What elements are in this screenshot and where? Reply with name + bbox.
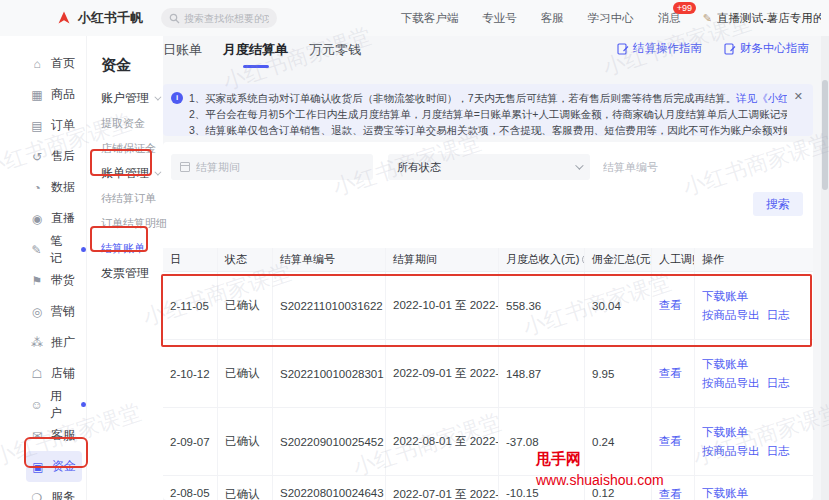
app-title: 小红书千帆 [78,9,143,27]
page: 小红书千帆 下载客户端 专业号 客服 学习中心 消息 +99 ✎ 直播测试-薯店… [0,0,829,500]
table-header-row: 日 状态 结算单编号 结算期间 月度总收入(元)? 佣金汇总(元) 人工调账 操… [163,248,813,272]
log-link[interactable]: 日志 [767,377,790,390]
submenu-invoice-group[interactable]: 发票管理 [101,261,163,286]
chevron-down-icon [575,161,583,169]
bill-tabs: 日账单 月度结算单 万元零钱 [163,41,361,68]
search-input[interactable] [184,13,269,24]
search-button[interactable]: 搜索 [753,192,803,216]
settle-period-input[interactable] [196,161,364,173]
submenu-withdraw[interactable]: 提取资金 [101,111,163,136]
submenu-label: 账户管理 [101,90,149,107]
sidebar-item-shop[interactable]: ☖店铺 [0,358,86,389]
sidebar-item-services[interactable]: ❍服务 [0,482,86,500]
top-header: 小红书千帆 下载客户端 专业号 客服 学习中心 消息 +99 ✎ 直播测试-薯店… [0,0,829,36]
submenu-account-group[interactable]: 账户管理 [101,86,163,111]
page-scrollbar[interactable] [821,36,829,500]
guide-label: 财务中心指南 [740,41,809,56]
cell-income: -37.08 [499,408,585,475]
table-row: 2-09-07 已确认 S202209010025452 2022-08-01 … [163,408,813,476]
sidebar-item-aftersale[interactable]: ↺售后 [0,141,86,172]
cell-date: 2-11-05 [163,272,218,339]
guide-label: 结算操作指南 [633,41,702,56]
sidebar-label: 带货 [51,272,75,289]
tab-monthly-settlement[interactable]: 月度结算单 [223,41,288,68]
submenu-settle-bill[interactable]: 结算账单 [101,236,163,261]
view-adjust-link[interactable]: 查看 [652,476,695,500]
scrollbar-thumb[interactable] [822,80,828,190]
view-adjust-link[interactable]: 查看 [652,272,695,339]
info-icon: i [171,92,183,104]
sidebar-item-promotion[interactable]: ⁂推广 [0,327,86,358]
nav-download-client[interactable]: 下载客户端 [401,11,459,26]
nav-pro-account[interactable]: 专业号 [482,11,517,26]
view-adjust-link[interactable]: 查看 [652,408,695,475]
bill-no-input[interactable] [603,154,783,180]
download-bill-link[interactable]: 下载账单 [702,487,748,500]
sidebar-item-goods[interactable]: ▦商品 [0,79,86,110]
download-bill-link[interactable]: 下载账单 [702,426,748,439]
tab-daily-bill[interactable]: 日账单 [163,41,202,68]
tab-small-change[interactable]: 万元零钱 [309,41,361,68]
search-icon [169,13,180,24]
status-select[interactable]: 所有状态 [388,154,590,180]
export-by-goods-link[interactable]: 按商品导出 [702,377,760,390]
calendar-icon [180,162,190,172]
notice-text: 2、平台会在每月初5个工作日内生成月度结算单，月度结算单=日账单累计+人工调账金… [189,108,787,120]
col-period: 结算期间 [386,248,499,271]
sidebar-item-data[interactable]: ◔数据 [0,172,86,203]
nav-learning-center[interactable]: 学习中心 [588,11,634,26]
submenu-pending-settlement[interactable]: 待结算订单 [101,186,163,211]
sidebar-label: 商品 [51,86,75,103]
download-bill-link[interactable]: 下载账单 [702,358,748,371]
home-icon: ⌂ [30,57,44,71]
finance-center-guide-link[interactable]: 财务中心指南 [724,41,809,56]
submenu-deposit[interactable]: 店铺保证金 [101,136,163,161]
log-link[interactable]: 日志 [767,445,790,458]
sidebar-item-orders[interactable]: ▤订单 [0,110,86,141]
cell-period: 2022-10-01 至 2022-10-31 [386,272,499,339]
bill-no-field[interactable] [603,154,783,180]
submenu-label: 发票管理 [101,265,149,282]
submenu-order-settle-detail[interactable]: 订单结算明细 [101,211,163,236]
sidebar-item-live[interactable]: ◉直播 [0,203,86,234]
cell-bill-no: S202210010028301 [273,340,386,407]
sidebar-item-cargo[interactable]: ⚑带货 [0,265,86,296]
nav-messages[interactable]: 消息 +99 [658,11,681,26]
sidebar-item-home[interactable]: ⌂首页 [0,48,86,79]
export-by-goods-link[interactable]: 按商品导出 [702,445,760,458]
view-adjust-link[interactable]: 查看 [652,340,695,407]
submenu-bill-group[interactable]: 账单管理 [101,161,163,186]
order-icon: ▤ [30,119,44,133]
close-icon[interactable]: ✕ [794,90,803,103]
sidebar-label: 数据 [51,179,75,196]
sidebar-item-marketing[interactable]: ◎营销 [0,296,86,327]
primary-sidebar: ⌂首页 ▦商品 ▤订单 ↺售后 ◔数据 ◉直播 ✎笔记 ⚑带货 ◎营销 ⁂推广 … [0,36,86,500]
edit-icon: ✎ [703,12,712,25]
cargo-icon: ⚑ [30,274,44,288]
notice-line-2: 2、平台会在每月初5个工作日内生成月度结算单，月度结算单=日账单累计+人工调账金… [189,106,787,122]
download-bill-link[interactable]: 下载账单 [702,290,748,303]
settlement-guide-link[interactable]: 结算操作指南 [617,41,702,56]
settlement-card: 所有状态 搜索 日 状态 结算单编号 结算期间 月度总收入(元)? 佣金汇总(元… [163,142,813,500]
log-link[interactable]: 日志 [767,309,790,322]
doc-icon [617,43,629,55]
nav-customer-service[interactable]: 客服 [541,11,564,26]
settlement-rules-link[interactable]: 详见《小红书电商结算规则》 [736,92,787,104]
global-search[interactable] [161,8,277,28]
col-actions: 操作 [695,248,813,271]
cell-commission: 9.95 [585,340,652,407]
app-logo[interactable]: 小红书千帆 [56,9,143,27]
sidebar-item-users[interactable]: ☺用户 [0,389,86,420]
chevron-down-icon [154,94,161,101]
sidebar-item-service[interactable]: ✉客服 [0,420,86,451]
cell-status: 已确认 [218,340,273,407]
sidebar-item-funds[interactable]: ▣资金 [26,451,82,482]
shop-switcher[interactable]: ✎ 直播测试-薯店专用的店的店 [703,11,821,26]
settle-period-picker[interactable] [171,154,373,180]
export-by-goods-link[interactable]: 按商品导出 [702,309,760,322]
sidebar-item-notes[interactable]: ✎笔记 [0,234,86,265]
user-icon: ☺ [30,398,43,412]
cell-bill-no: S202211010031622 [273,272,386,339]
cell-income: 148.87 [499,340,585,407]
cell-bill-no: S202208010024643 [273,476,386,500]
